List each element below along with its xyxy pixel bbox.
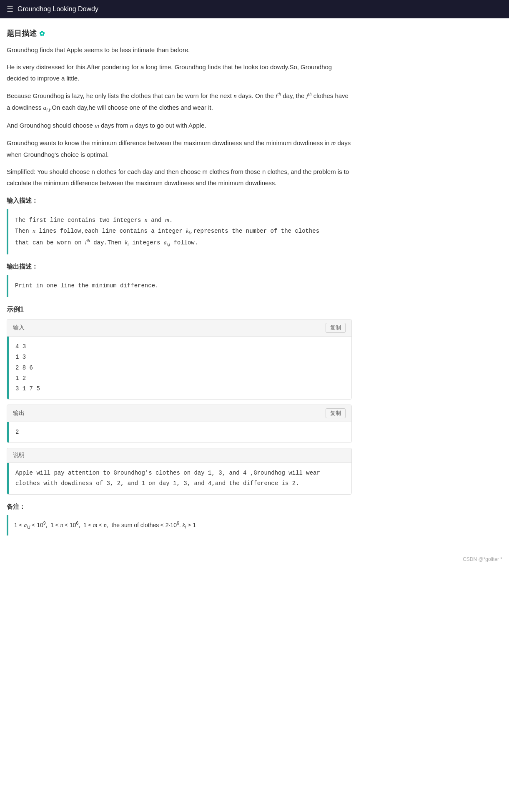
input-label: 输入描述： (7, 197, 352, 205)
footer-text: CSDN @*goliter * (463, 556, 502, 562)
output-label: 输出描述： (7, 263, 352, 271)
main-content: 题目描述 ✿ Groundhog finds that Apple seems … (0, 18, 359, 552)
output-copy-button[interactable]: 复制 (326, 408, 346, 418)
heading-icon: ✿ (39, 30, 45, 38)
para-2: He is very distressed for this.After pon… (7, 61, 352, 84)
input-box-label: 输入 (13, 324, 25, 332)
para-1: Groundhog finds that Apple seems to be l… (7, 44, 352, 55)
navbar-title: Groundhog Looking Dowdy (18, 5, 98, 13)
input-box-header: 输入 复制 (7, 319, 351, 337)
note-box-header: 说明 (7, 448, 351, 463)
navbar: ☰ Groundhog Looking Dowdy (0, 0, 509, 18)
remark-label: 备注： (7, 503, 352, 511)
para-5: Groundhog wants to know the minimum diff… (7, 137, 352, 160)
input-code-block: The first line contains two integers n a… (7, 209, 352, 254)
output-box-header: 输出 复制 (7, 405, 351, 422)
input-copy-button[interactable]: 复制 (326, 323, 346, 333)
footer: CSDN @*goliter * (0, 552, 509, 566)
output-box-label: 输出 (13, 410, 25, 417)
problem-section-heading: 题目描述 ✿ (7, 28, 352, 38)
note-box-body: Apple will pay attention to Groundhog's … (7, 463, 351, 494)
input-example-code: 4 3 1 3 2 8 6 1 2 3 1 7 5 (7, 337, 351, 399)
para-4: And Groundhog should choose m days from … (7, 120, 352, 131)
input-example-box: 输入 复制 4 3 1 3 2 8 6 1 2 3 1 7 5 (7, 319, 352, 400)
para-3: Because Groundhog is lazy, he only lists… (7, 90, 352, 114)
problem-heading-text: 题目描述 (7, 28, 37, 38)
remark-block: 1 ≤ ai,j ≤ 109, 1 ≤ n ≤ 106, 1 ≤ m ≤ n, … (7, 515, 352, 535)
output-box-body: 2 (7, 422, 351, 442)
output-code-block: Print in one line the minimum difference… (7, 275, 352, 297)
output-example-code: 2 (7, 422, 351, 442)
note-code: Apple will pay attention to Groundhog's … (7, 463, 351, 494)
example1-heading: 示例1 (7, 305, 352, 314)
note-box: 说明 Apple will pay attention to Groundhog… (7, 448, 352, 494)
input-box-body: 4 3 1 3 2 8 6 1 2 3 1 7 5 (7, 337, 351, 399)
para-6: Simplified: You should choose n clothes … (7, 166, 352, 189)
menu-icon: ☰ (7, 5, 13, 14)
output-example-box: 输出 复制 2 (7, 405, 352, 443)
